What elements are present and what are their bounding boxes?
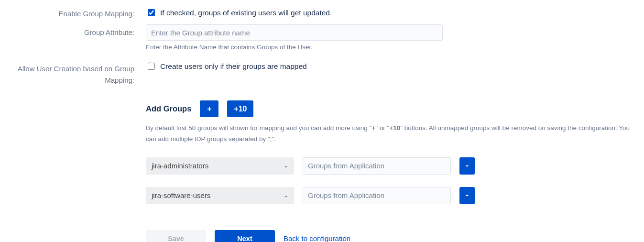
checkbox-enable-group-mapping-line[interactable]: If checked, groups of existing users wil… [146, 8, 636, 18]
select-local-group-value: jira-software-users [152, 191, 210, 199]
row-allow-user-creation: Allow User Creation based on Group Mappi… [0, 61, 644, 86]
row-enable-group-mapping: Enable Group Mapping: If checked, groups… [0, 8, 644, 18]
label-allow-user-creation: Allow User Creation based on Group Mappi… [0, 61, 139, 86]
button-remove-group[interactable]: - [459, 157, 475, 175]
input-group-attribute[interactable] [146, 24, 443, 41]
group-mapping-row: jira-software-users ⌄ - [146, 187, 636, 204]
label-enable-group-mapping: Enable Group Mapping: [0, 8, 139, 18]
input-idp-group[interactable] [303, 187, 451, 204]
link-back-to-configuration[interactable]: Back to configuration [284, 234, 350, 242]
button-remove-group[interactable]: - [459, 187, 475, 204]
hint-group-attribute: Enter the Attribute Name that contains G… [146, 44, 636, 51]
input-idp-group[interactable] [303, 157, 451, 175]
button-add-one-group[interactable]: + [200, 100, 218, 117]
row-group-attribute: Group Attribute: Enter the Attribute Nam… [0, 24, 644, 51]
checkbox-enable-group-mapping[interactable] [148, 9, 155, 16]
text-enable-group-mapping: If checked, groups of existing users wil… [160, 9, 332, 17]
label-group-attribute: Group Attribute: [0, 24, 139, 36]
footer-row: Save Next Back to configuration [146, 230, 636, 242]
text-allow-user-creation: Create users only if their groups are ma… [160, 62, 307, 71]
row-add-groups: Add Groups + +10 By default first 50 gro… [0, 99, 644, 242]
desc-add-groups: By default first 50 groups will shown fo… [146, 123, 636, 145]
title-add-groups: Add Groups [146, 104, 191, 113]
chevron-down-icon: ⌄ [284, 163, 288, 169]
select-local-group-value: jira-administrators [152, 162, 208, 170]
select-local-group[interactable]: jira-administrators ⌄ [146, 157, 294, 175]
button-add-ten-groups[interactable]: +10 [227, 100, 253, 117]
chevron-down-icon: ⌄ [284, 192, 288, 198]
checkbox-allow-user-creation-line[interactable]: Create users only if their groups are ma… [146, 61, 636, 71]
button-save[interactable]: Save [146, 230, 206, 242]
checkbox-allow-user-creation[interactable] [148, 63, 155, 70]
select-local-group[interactable]: jira-software-users ⌄ [146, 187, 294, 204]
button-next[interactable]: Next [215, 230, 275, 242]
group-mapping-row: jira-administrators ⌄ - [146, 157, 636, 175]
